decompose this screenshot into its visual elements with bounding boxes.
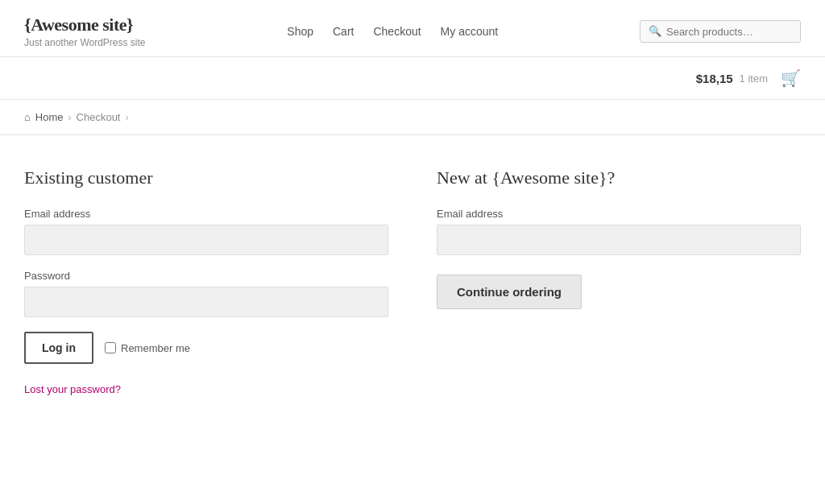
site-title: {Awesome site} <box>24 14 146 35</box>
new-email-group: Email address <box>437 208 801 255</box>
lost-password-link[interactable]: Lost your password? <box>24 383 121 395</box>
breadcrumb-end-separator: › <box>125 112 128 123</box>
search-icon: 🔍 <box>649 25 661 38</box>
login-button[interactable]: Log in <box>24 332 93 364</box>
nav-my-account[interactable]: My account <box>441 25 499 38</box>
email-label: Email address <box>24 208 388 220</box>
site-header: {Awesome site} Just another WordPress si… <box>0 0 825 57</box>
search-input[interactable] <box>666 26 792 38</box>
email-group: Email address <box>24 208 388 255</box>
existing-customer-title: Existing customer <box>24 167 388 188</box>
remember-me-checkbox[interactable] <box>105 342 116 353</box>
breadcrumb-current: Checkout <box>77 111 121 123</box>
new-email-label: Email address <box>437 208 801 220</box>
existing-customer-section: Existing customer Email address Password… <box>24 167 388 396</box>
cart-items-label: 1 item <box>740 72 768 85</box>
site-tagline: Just another WordPress site <box>24 37 146 48</box>
new-customer-section: New at {Awesome site}? Email address Con… <box>437 167 801 396</box>
home-icon: ⌂ <box>24 111 31 123</box>
search-bar[interactable]: 🔍 <box>640 20 801 43</box>
password-group: Password <box>24 270 388 317</box>
password-input[interactable] <box>24 287 388 317</box>
site-branding: {Awesome site} Just another WordPress si… <box>24 14 146 48</box>
breadcrumb-separator: › <box>68 112 72 123</box>
password-label: Password <box>24 270 388 282</box>
main-content: Existing customer Email address Password… <box>0 135 825 428</box>
main-nav: Shop Cart Checkout My account <box>287 25 498 38</box>
breadcrumb-home[interactable]: Home <box>35 111 64 123</box>
remember-me-label[interactable]: Remember me <box>105 342 190 354</box>
login-row: Log in Remember me <box>24 332 388 364</box>
nav-shop[interactable]: Shop <box>287 25 313 38</box>
new-email-input[interactable] <box>437 225 801 255</box>
continue-ordering-button[interactable]: Continue ordering <box>437 275 582 309</box>
nav-cart[interactable]: Cart <box>333 25 354 38</box>
existing-email-input[interactable] <box>24 225 388 255</box>
breadcrumb: ⌂ Home › Checkout › <box>0 100 825 135</box>
cart-bar: $18,15 1 item 🛒 <box>0 57 825 100</box>
nav-checkout[interactable]: Checkout <box>373 25 421 38</box>
cart-price: $18,15 <box>696 72 733 85</box>
cart-icon[interactable]: 🛒 <box>781 68 801 88</box>
remember-me-text: Remember me <box>121 342 190 354</box>
new-customer-title: New at {Awesome site}? <box>437 167 801 188</box>
